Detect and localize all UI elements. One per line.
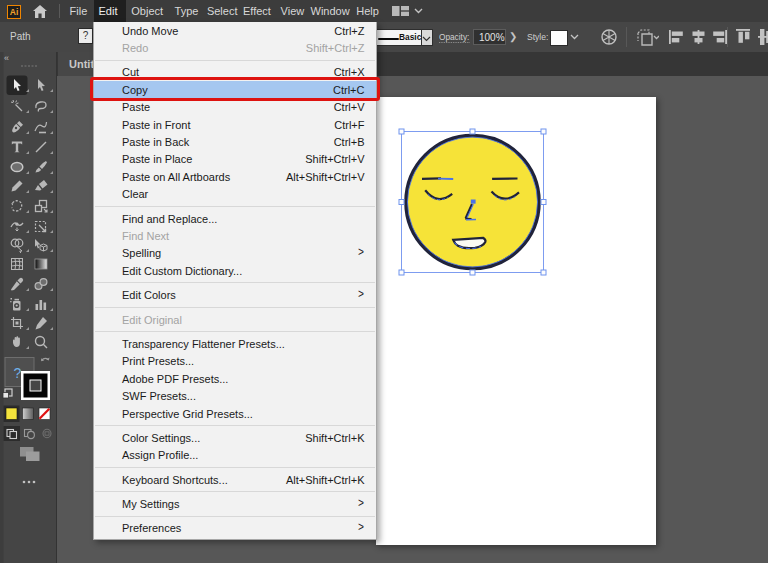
svg-text:«: « — [4, 53, 9, 63]
svg-text:?: ? — [14, 365, 22, 381]
